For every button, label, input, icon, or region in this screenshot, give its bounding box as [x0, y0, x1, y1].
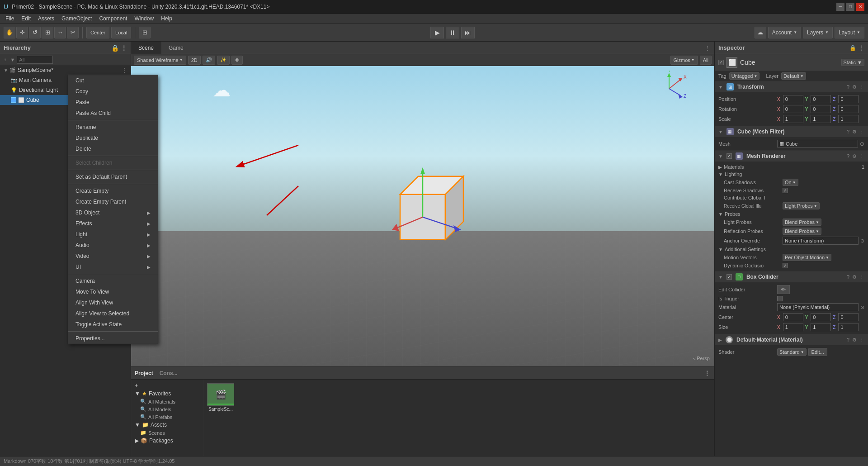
transform-more-icon[interactable]: ⋮ [859, 84, 864, 90]
ctx-cut[interactable]: Cut [68, 75, 158, 86]
pos-y-field[interactable]: 0 [811, 95, 831, 103]
hand-tool-button[interactable]: ✋ [4, 27, 15, 38]
obj-enabled-checkbox[interactable]: ✓ [718, 60, 724, 65]
scene-view[interactable]: X Y Z ＜Persp [131, 66, 714, 366]
all-materials-item[interactable]: 🔍 All Materials [131, 398, 203, 405]
ctx-paste[interactable]: Paste [68, 97, 158, 108]
layer-dropdown[interactable]: Default [781, 72, 806, 80]
minimize-button[interactable]: ─ [836, 3, 844, 11]
project-add-button[interactable]: + [131, 381, 203, 390]
ctx-3d-object[interactable]: 3D Object ▶ [68, 207, 158, 218]
pos-x-field[interactable]: 0 [783, 95, 803, 103]
ctx-align-with-view[interactable]: Align With View [68, 297, 158, 308]
meshfilter-help-icon[interactable]: ? [847, 129, 849, 135]
hierarchy-add-button[interactable]: + [2, 57, 8, 62]
size-x-field[interactable]: 1 [783, 323, 803, 331]
scale-tool-button[interactable]: ⊞ [42, 27, 53, 38]
game-tab[interactable]: Game [161, 42, 191, 54]
shaded-wireframe-dropdown[interactable]: Shaded Wireframe ▼ [134, 56, 186, 65]
layout-dropdown[interactable]: Layout [835, 27, 864, 38]
menu-file[interactable]: File [2, 14, 18, 23]
ctx-create-empty[interactable]: Create Empty [68, 185, 158, 196]
anchor-override-field[interactable]: None (Transform) [783, 237, 859, 245]
meshfilter-settings-icon[interactable]: ⚙ [852, 129, 857, 135]
packages-folder[interactable]: ▶ 📦 Packages [131, 437, 203, 445]
hierarchy-search-input[interactable] [17, 56, 53, 64]
step-button[interactable]: ⏭ [461, 27, 475, 38]
boxcollider-header[interactable]: ▼ ✓ □ Box Collider ? ⚙ ⋮ [715, 271, 868, 282]
move-tool-button[interactable]: ✛ [16, 27, 28, 38]
ctx-properties[interactable]: Properties... [68, 333, 158, 344]
all-dropdown[interactable]: All [700, 56, 712, 65]
2d-toggle[interactable]: 2D [188, 56, 201, 65]
boxcollider-help-icon[interactable]: ? [847, 274, 849, 280]
rot-y-field[interactable]: 0 [811, 105, 831, 113]
ctx-create-empty-parent[interactable]: Create Empty Parent [68, 196, 158, 207]
edit-collider-button[interactable]: ✏ [777, 285, 790, 294]
material-help-icon[interactable]: ? [847, 337, 849, 343]
ctx-ui[interactable]: UI ▶ [68, 262, 158, 272]
account-dropdown[interactable]: Account [768, 27, 801, 38]
static-dropdown[interactable]: Static ▼ [841, 59, 864, 66]
transform-settings-icon[interactable]: ⚙ [852, 84, 857, 90]
collider-material-select-icon[interactable]: ⊙ [860, 304, 864, 310]
ctx-audio[interactable]: Audio ▶ [68, 240, 158, 251]
material-settings-icon[interactable]: ⚙ [852, 337, 857, 343]
meshrenderer-more-icon[interactable]: ⋮ [859, 153, 864, 159]
center-z-field[interactable]: 0 [838, 313, 859, 321]
scenes-folder[interactable]: 📁 Scenes [131, 429, 203, 437]
meshfilter-header[interactable]: ▼ ▦ Cube (Mesh Filter) ? ⚙ ⋮ [715, 126, 868, 137]
maximize-button[interactable]: □ [846, 3, 854, 11]
center-x-field[interactable]: 0 [783, 313, 803, 321]
menu-assets[interactable]: Assets [34, 14, 58, 23]
reflection-probes-dropdown[interactable]: Blend Probes [783, 228, 821, 235]
meshfilter-more-icon[interactable]: ⋮ [859, 129, 864, 135]
cloud-icon[interactable]: ☁ [755, 27, 766, 38]
inspector-obj-name[interactable]: Cube [740, 59, 839, 66]
ctx-rename[interactable]: Rename [68, 122, 158, 133]
meshrenderer-help-icon[interactable]: ? [847, 153, 849, 159]
menu-window[interactable]: Window [131, 14, 157, 23]
is-trigger-checkbox[interactable] [777, 296, 783, 301]
scene-hidden-btn[interactable]: 👁 [231, 56, 243, 65]
hier-item-samplescene[interactable]: ▼ 🎬 SampleScene* ⋮ [0, 65, 131, 75]
gizmos-dropdown[interactable]: Gizmos ▼ [670, 56, 698, 65]
all-prefabs-item[interactable]: 🔍 All Prefabs [131, 413, 203, 421]
receive-gi-dropdown[interactable]: Light Probes [783, 202, 820, 209]
meshrenderer-header[interactable]: ▼ ✓ ▦ Mesh Renderer ? ⚙ ⋮ [715, 151, 868, 162]
inspector-lock-icon[interactable]: 🔒 [849, 45, 856, 51]
favorites-folder[interactable]: ▼ ★ Favorites [131, 390, 203, 398]
menu-gameobject[interactable]: GameObject [58, 14, 95, 23]
ctx-light[interactable]: Light ▶ [68, 229, 158, 240]
play-button[interactable]: ▶ [430, 27, 444, 38]
scene-audio-btn[interactable]: 🔊 [203, 56, 215, 65]
ctx-copy[interactable]: Copy [68, 86, 158, 97]
ctx-align-view-to-selected[interactable]: Align View to Selected [68, 308, 158, 319]
size-z-field[interactable]: 1 [838, 323, 859, 331]
boxcollider-enabled-checkbox[interactable]: ✓ [726, 274, 732, 280]
samplescene-asset[interactable]: 🎬 SampleSc... [207, 383, 234, 412]
shader-edit-button[interactable]: Edit... [808, 348, 827, 356]
meshrenderer-settings-icon[interactable]: ⚙ [852, 153, 857, 159]
boxcollider-more-icon[interactable]: ⋮ [859, 274, 864, 280]
menu-edit[interactable]: Edit [18, 14, 34, 23]
materials-section[interactable]: ▶ Materials 1 [718, 163, 864, 171]
rot-x-field[interactable]: 0 [783, 105, 803, 113]
dynamic-occlusion-checkbox[interactable]: ✓ [783, 263, 788, 268]
cast-shadows-dropdown[interactable]: On [783, 179, 798, 186]
transform-tool-button[interactable]: ✂ [67, 27, 79, 38]
scene-tab-more[interactable]: ⋮ [701, 42, 714, 54]
console-tab[interactable]: Cons... [160, 370, 178, 376]
ctx-video[interactable]: Video ▶ [68, 251, 158, 262]
hierarchy-more-icon[interactable]: ⋮ [121, 44, 127, 52]
rect-tool-button[interactable]: ↔ [54, 27, 66, 38]
additional-settings-section[interactable]: ▼ Additional Settings [718, 246, 864, 253]
meshrenderer-enabled-checkbox[interactable]: ✓ [726, 153, 732, 159]
menu-help[interactable]: Help [157, 14, 176, 23]
probes-section[interactable]: ▼ Probes [718, 210, 864, 218]
ctx-paste-as-child[interactable]: Paste As Child [68, 108, 158, 119]
size-y-field[interactable]: 1 [811, 323, 831, 331]
close-button[interactable]: ✕ [856, 3, 864, 11]
rot-z-field[interactable]: 0 [838, 105, 859, 113]
inspector-more-icon[interactable]: ⋮ [859, 45, 864, 51]
